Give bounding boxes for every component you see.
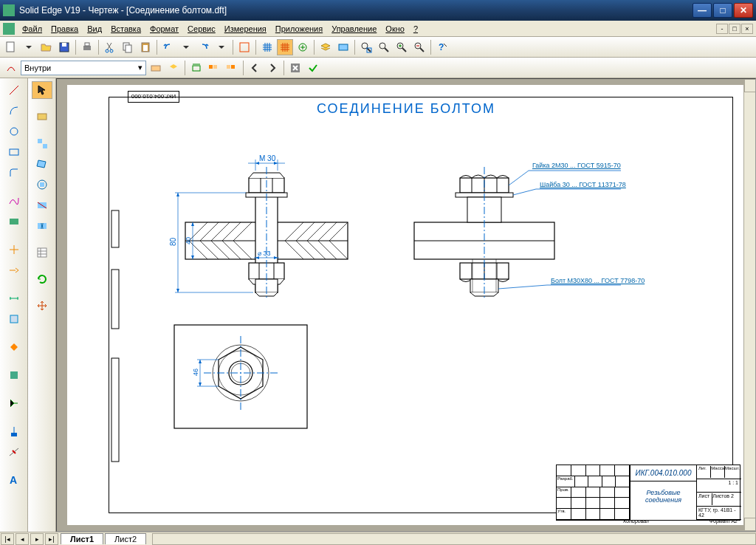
move-tool[interactable] <box>32 297 52 315</box>
layers-button[interactable] <box>317 39 334 55</box>
new-button[interactable] <box>3 39 19 55</box>
svg-rect-38 <box>40 182 44 187</box>
view-wizard-button[interactable] <box>32 108 52 126</box>
mdi-restore-button[interactable]: □ <box>729 24 740 34</box>
select-mode-button[interactable] <box>206 60 222 76</box>
zoom-button[interactable] <box>376 39 392 55</box>
text-tool[interactable]: A <box>4 471 24 489</box>
redo-dropdown[interactable] <box>213 39 230 55</box>
symbol-tool[interactable] <box>4 338 24 356</box>
menu-apps[interactable]: Приложения <box>271 23 327 35</box>
horizontal-scrollbar[interactable] <box>152 533 756 545</box>
menu-edit[interactable]: Правка <box>47 23 83 35</box>
intellisketch-button[interactable] <box>3 60 19 76</box>
window-title: Solid Edge V19 - Чертеж - [Соединение бо… <box>19 5 693 16</box>
layer-button[interactable] <box>165 60 182 76</box>
open-button[interactable] <box>38 39 55 55</box>
block-tool[interactable] <box>4 366 24 384</box>
svg-line-51 <box>222 222 241 241</box>
zoom-area-button[interactable] <box>358 39 374 55</box>
menu-measure[interactable]: Измерения <box>220 23 271 35</box>
dim-tool[interactable] <box>4 289 24 307</box>
trim-tool[interactable] <box>4 241 24 258</box>
line-tool[interactable] <box>4 81 24 99</box>
relations-selected: Внутри <box>24 64 51 72</box>
grid-snap-button[interactable] <box>277 39 293 55</box>
undo-dropdown[interactable] <box>178 39 194 55</box>
connect-tool[interactable] <box>4 394 24 412</box>
svg-rect-32 <box>11 433 17 436</box>
svg-rect-2 <box>62 43 66 47</box>
drawing-canvas[interactable]: ИКГ.004.010.000 СОЕДИНЕНИЕ БОЛТОМ <box>67 85 745 525</box>
weld-tool[interactable] <box>4 443 24 461</box>
update-button[interactable] <box>32 270 52 288</box>
paste-button[interactable] <box>137 39 154 55</box>
sheet-tab-2[interactable]: Лист2 <box>105 533 146 544</box>
relation-tool[interactable] <box>4 310 24 328</box>
cancel-button[interactable] <box>287 60 303 76</box>
diagram-button[interactable] <box>188 60 205 76</box>
print-button[interactable] <box>79 39 95 55</box>
select-tool[interactable] <box>32 81 52 99</box>
relations-dropdown[interactable]: Внутри ▾ <box>21 61 146 75</box>
menu-view[interactable]: Вид <box>83 23 106 35</box>
save-button[interactable] <box>56 39 72 55</box>
svg-line-56 <box>318 222 337 241</box>
svg-rect-43 <box>111 210 119 247</box>
svg-line-60 <box>211 241 230 259</box>
redo-button[interactable] <box>196 39 212 55</box>
mdi-minimize-button[interactable]: - <box>716 24 728 34</box>
sheet-nav-prev[interactable]: ◂ <box>16 533 29 545</box>
svg-rect-41 <box>43 223 47 229</box>
menu-manage[interactable]: Управление <box>327 23 381 35</box>
menu-tools[interactable]: Сервис <box>183 23 220 35</box>
sheet-nav-next[interactable]: ▸ <box>30 533 44 545</box>
arc-tool[interactable] <box>4 102 24 120</box>
hatch-tool[interactable] <box>4 213 24 230</box>
svg-rect-30 <box>10 315 18 323</box>
menu-insert[interactable]: Вставка <box>106 23 145 35</box>
section-view-button[interactable] <box>32 196 52 214</box>
undo-button[interactable] <box>160 39 176 55</box>
detail-view-button[interactable] <box>32 176 52 193</box>
new-dropdown[interactable] <box>21 39 37 55</box>
circle-tool[interactable] <box>4 123 24 140</box>
parts-list-button[interactable] <box>32 244 52 261</box>
aux-view-button[interactable] <box>32 155 52 173</box>
nav-prev-button[interactable] <box>247 60 263 76</box>
menu-window[interactable]: Окно <box>381 23 409 35</box>
pan-button[interactable] <box>411 39 427 55</box>
sheet-tab-1[interactable]: Лист1 <box>61 533 103 544</box>
nav-next-button[interactable] <box>264 60 281 76</box>
locate-button[interactable] <box>148 60 164 76</box>
mdi-close-button[interactable]: × <box>741 24 753 34</box>
menu-format[interactable]: Формат <box>145 23 183 35</box>
svg-rect-20 <box>151 66 160 71</box>
copy-button[interactable] <box>120 39 136 55</box>
principal-view-button[interactable] <box>32 134 52 152</box>
sheet-nav-last[interactable]: ▸| <box>45 533 58 545</box>
menu-file[interactable]: Файл <box>18 23 47 35</box>
close-button[interactable]: ✕ <box>734 3 753 18</box>
datum-tool[interactable] <box>4 422 24 440</box>
relations-button[interactable] <box>295 39 311 55</box>
quick-pick-button[interactable] <box>224 60 240 76</box>
fillet-tool[interactable] <box>4 164 24 182</box>
help-button[interactable]: ? <box>434 39 450 55</box>
grid-button[interactable] <box>259 39 275 55</box>
menu-help[interactable]: ? <box>409 23 422 35</box>
curve-tool[interactable] <box>4 192 24 210</box>
svg-rect-22 <box>209 65 213 69</box>
sketch-button[interactable] <box>236 39 252 55</box>
rect-tool[interactable] <box>4 143 24 161</box>
extend-tool[interactable] <box>4 261 24 279</box>
accept-button[interactable] <box>305 60 321 76</box>
broken-view-button[interactable] <box>32 217 52 235</box>
maximize-button[interactable]: □ <box>713 3 732 18</box>
minimize-button[interactable]: — <box>693 3 712 18</box>
sheet-nav-first[interactable]: |◂ <box>1 533 14 545</box>
fit-button[interactable] <box>394 39 410 55</box>
cut-button[interactable] <box>102 39 118 55</box>
vertical-scrollbar[interactable] <box>743 79 755 531</box>
update-views-button[interactable] <box>335 39 351 55</box>
